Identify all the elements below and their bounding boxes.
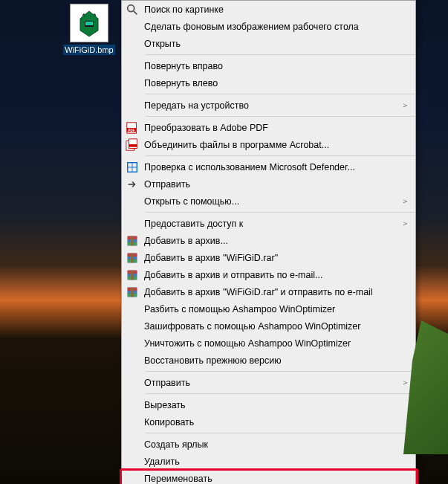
submenu-arrow-icon: ＞: [400, 196, 409, 207]
menu-item[interactable]: Вырезать: [122, 396, 415, 413]
file-thumbnail: [70, 4, 108, 42]
menu-item[interactable]: Поиск по картинке: [122, 1, 415, 18]
menu-icon-blank: [125, 398, 140, 413]
defender-icon: [125, 160, 140, 175]
menu-item-label: Объединить файлы в программе Acrobat...: [144, 140, 400, 150]
winrar-icon: [125, 285, 140, 300]
menu-icon-blank: [125, 76, 140, 91]
menu-item[interactable]: Отправить: [122, 175, 415, 193]
menu-item-label: Проверка с использованием Microsoft Defe…: [144, 162, 400, 172]
menu-item[interactable]: Объединить файлы в программе Acrobat...: [122, 136, 415, 153]
menu-separator: [146, 54, 415, 55]
menu-item-label: Копировать: [144, 417, 400, 427]
menu-separator: [146, 393, 415, 394]
menu-icon-blank: [125, 194, 140, 209]
winrar-icon: [125, 251, 140, 265]
menu-item[interactable]: Повернуть вправо: [122, 57, 415, 74]
menu-item-label: Предоставить доступ к: [144, 219, 400, 229]
menu-item[interactable]: Добавить в архив "WiFiGiD.rar" и отправи…: [122, 283, 415, 300]
menu-item[interactable]: Переименовать: [122, 470, 415, 484]
menu-item[interactable]: Предоставить доступ к＞: [122, 215, 415, 232]
menu-item-label: Преобразовать в Adobe PDF: [144, 123, 400, 133]
menu-icon-blank: [125, 98, 140, 113]
menu-icon-blank: [125, 302, 140, 317]
desktop[interactable]: WiFiGiD.bmp Поиск по картинкеСделать фон…: [0, 0, 448, 484]
menu-item[interactable]: Проверка с использованием Microsoft Defe…: [122, 158, 415, 175]
menu-item-label: Повернуть вправо: [144, 61, 400, 71]
menu-separator: [146, 433, 415, 433]
menu-separator: [146, 116, 415, 117]
menu-item-label: Добавить в архив "WiFiGiD.rar" и отправи…: [144, 287, 400, 297]
pdf-combine-icon: [125, 138, 140, 152]
menu-item-label: Отправить: [144, 378, 400, 388]
submenu-arrow-icon: ＞: [400, 377, 409, 388]
menu-icon-blank: [125, 216, 140, 231]
menu-item-label: Разбить с помощью Ashampoo WinOptimizer: [144, 304, 400, 314]
file-name-label: WiFiGiD.bmp: [63, 45, 115, 55]
menu-item-label: Открыть с помощью...: [144, 196, 400, 207]
menu-icon-blank: [125, 319, 140, 334]
search-icon: [125, 2, 140, 17]
menu-item[interactable]: Создать ярлык: [122, 436, 415, 453]
menu-item[interactable]: Сделать фоновым изображением рабочего ст…: [122, 18, 415, 35]
menu-item-label: Сделать фоновым изображением рабочего ст…: [144, 22, 400, 32]
menu-item-label: Вырезать: [144, 400, 400, 410]
context-menu: Поиск по картинкеСделать фоновым изображ…: [121, 0, 416, 484]
svg-rect-1: [85, 22, 93, 25]
submenu-arrow-icon: ＞: [400, 100, 409, 111]
pdf-icon: [125, 120, 140, 135]
menu-item-label: Добавить в архив и отправить по e-mail..…: [144, 270, 400, 280]
menu-item-label: Отправить: [144, 179, 400, 190]
menu-icon-blank: [125, 454, 140, 469]
menu-icon-blank: [125, 19, 140, 34]
menu-item[interactable]: Разбить с помощью Ashampoo WinOptimizer: [122, 300, 415, 317]
submenu-arrow-icon: ＞: [400, 218, 409, 229]
menu-item[interactable]: Уничтожить с помощью Ashampoo WinOptimiz…: [122, 335, 415, 352]
menu-item[interactable]: Восстановить прежнюю версию: [122, 352, 415, 369]
menu-item[interactable]: Открыть: [122, 35, 415, 52]
winrar-icon: [125, 233, 140, 248]
menu-item-label: Создать ярлык: [144, 439, 400, 450]
menu-item-label: Передать на устройство: [144, 100, 400, 111]
menu-icon-blank: [125, 59, 140, 74]
menu-icon-blank: [125, 471, 140, 485]
menu-item-label: Добавить в архив "WiFiGiD.rar": [144, 253, 400, 263]
menu-separator: [146, 212, 415, 213]
menu-item-label: Открыть: [144, 39, 400, 49]
winrar-icon: [125, 268, 140, 283]
menu-item[interactable]: Добавить в архив...: [122, 232, 415, 249]
menu-separator: [146, 94, 415, 94]
menu-item[interactable]: Преобразовать в Adobe PDF: [122, 119, 415, 136]
menu-separator: [146, 371, 415, 372]
menu-item[interactable]: Удалить: [122, 453, 415, 470]
menu-item[interactable]: Добавить в архив и отправить по e-mail..…: [122, 266, 415, 283]
menu-separator: [146, 155, 415, 156]
share-icon: [125, 177, 140, 192]
menu-item[interactable]: Отправить＞: [122, 374, 415, 391]
menu-icon-blank: [125, 353, 140, 368]
menu-icon-blank: [125, 375, 140, 390]
menu-item[interactable]: Добавить в архив "WiFiGiD.rar": [122, 249, 415, 266]
menu-item-label: Добавить в архив...: [144, 236, 400, 246]
menu-item[interactable]: Повернуть влево: [122, 74, 415, 91]
menu-item[interactable]: Передать на устройство＞: [122, 97, 415, 114]
menu-item-label: Переименовать: [144, 474, 400, 484]
menu-icon-blank: [125, 336, 140, 351]
menu-item-label: Удалить: [144, 456, 400, 467]
menu-item-label: Поиск по картинке: [144, 4, 400, 15]
menu-icon-blank: [125, 36, 140, 51]
menu-item-label: Уничтожить с помощью Ashampoo WinOptimiz…: [144, 338, 400, 349]
menu-icon-blank: [125, 415, 140, 430]
menu-item[interactable]: Копировать: [122, 413, 415, 430]
menu-item[interactable]: Зашифровать с помощью Ashampoo WinOptimi…: [122, 317, 415, 335]
menu-item[interactable]: Открыть с помощью...＞: [122, 193, 415, 210]
menu-icon-blank: [125, 437, 140, 452]
menu-item-label: Зашифровать с помощью Ashampoo WinOptimi…: [144, 321, 400, 332]
menu-item-label: Повернуть влево: [144, 78, 400, 88]
menu-item-label: Восстановить прежнюю версию: [144, 355, 400, 366]
desktop-file[interactable]: WiFiGiD.bmp: [63, 4, 115, 55]
